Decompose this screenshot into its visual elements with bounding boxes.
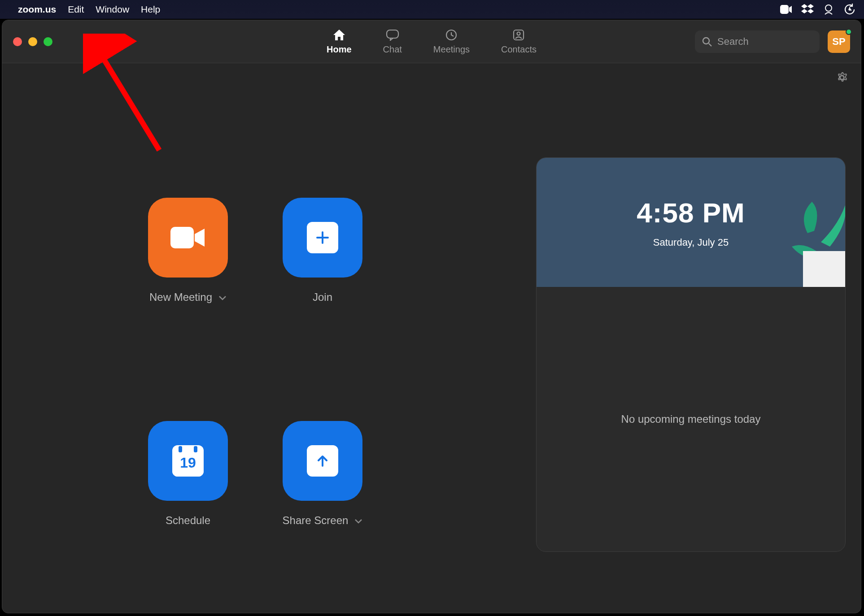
svg-point-6 [517,32,520,35]
tab-label: Contacts [501,44,537,55]
quick-actions: New Meeting Join [17,77,408,599]
home-icon [332,28,346,42]
calendar-icon: 19 [172,445,204,477]
svg-rect-12 [194,446,197,452]
main-tabs: Home Chat Meetings Contacts [327,28,537,55]
svg-point-1 [825,5,832,11]
clock-icon [445,28,458,42]
window-controls [13,37,52,46]
profile-avatar[interactable]: SP [828,30,850,53]
calendar-body: No upcoming meetings today [537,287,845,551]
tray-dropbox-icon[interactable] [801,4,814,15]
app-menu[interactable]: zoom.us [18,4,56,15]
tab-home[interactable]: Home [327,28,352,55]
gear-icon [836,71,848,84]
close-window-button[interactable] [13,37,22,46]
macos-menubar: zoom.us Edit Window Help [0,0,864,19]
presence-status-dot [846,29,852,35]
action-share-screen: Share Screen [255,421,390,599]
tab-meetings[interactable]: Meetings [433,28,470,55]
tab-chat[interactable]: Chat [383,28,402,55]
clock-date: Saturday, July 25 [653,237,729,248]
avatar-initials: SP [832,36,845,48]
video-camera-icon [169,224,207,251]
plant-decoration [790,197,845,287]
calendar-header: 4:58 PM Saturday, July 25 [537,158,845,287]
action-label: Join [313,291,332,304]
upload-arrow-icon [307,445,338,477]
tray-video-icon[interactable] [780,4,792,14]
chat-icon [386,28,399,42]
plus-icon [307,222,338,253]
calendar-card: 4:58 PM Saturday, July 25 No upcoming me… [536,157,846,552]
fullscreen-window-button[interactable] [44,37,52,46]
svg-rect-3 [387,30,398,38]
svg-rect-11 [179,446,182,452]
svg-text:19: 19 [180,455,196,471]
new-meeting-button[interactable] [148,198,228,278]
tab-label: Meetings [433,44,470,55]
menu-edit[interactable]: Edit [68,4,84,15]
action-label: Share Screen [283,514,349,527]
action-schedule: 19 Schedule [121,421,255,599]
search-input[interactable]: Search [695,30,820,53]
settings-button[interactable] [836,71,848,86]
tab-label: Home [327,44,352,55]
window-toolbar: Home Chat Meetings Contacts [2,20,861,63]
schedule-button[interactable]: 19 [148,421,228,501]
menu-help[interactable]: Help [141,4,160,15]
contacts-icon [512,28,525,42]
svg-rect-0 [780,5,789,14]
zoom-window: Home Chat Meetings Contacts [2,20,861,613]
search-placeholder: Search [717,36,749,48]
chevron-down-icon[interactable] [354,514,362,527]
svg-point-7 [703,38,709,44]
svg-rect-9 [170,227,194,248]
action-label: Schedule [166,514,210,527]
action-join: Join [255,198,390,376]
share-screen-button[interactable] [283,421,362,501]
action-new-meeting: New Meeting [121,198,255,376]
minimize-window-button[interactable] [28,37,37,46]
action-label: New Meeting [149,291,212,304]
svg-point-8 [840,76,844,79]
menu-window[interactable]: Window [96,4,129,15]
tray-app-icon[interactable] [823,4,834,15]
empty-meetings-message: No upcoming meetings today [621,413,761,425]
chevron-down-icon[interactable] [218,291,227,304]
clock-time: 4:58 PM [637,197,745,229]
join-button[interactable] [283,198,362,278]
tray-sync-icon[interactable] [843,3,856,16]
svg-rect-14 [803,251,845,287]
tab-contacts[interactable]: Contacts [501,28,537,55]
main-content: New Meeting Join [2,63,861,613]
search-icon [702,37,712,47]
tab-label: Chat [383,44,402,55]
